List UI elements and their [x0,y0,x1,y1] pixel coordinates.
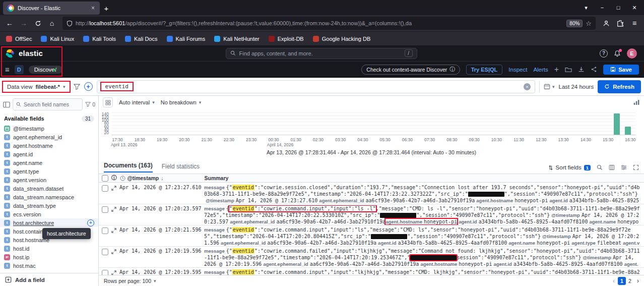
page-button[interactable]: 2 [626,277,634,285]
global-search-input[interactable]: Find apps, content, and more. / [226,48,417,59]
filter-menu-icon[interactable] [74,84,80,90]
discover-app-icon[interactable]: D [15,65,24,74]
minimize-icon[interactable]: − [595,1,610,15]
interval-select[interactable]: Auto interval ▾ [119,99,155,105]
row-checkbox[interactable] [102,227,108,234]
add-field-button[interactable]: Add a field [0,273,98,286]
close-window-icon[interactable]: × [627,1,642,15]
previous-page-icon[interactable]: ‹ [613,277,615,284]
row-checkbox[interactable] [102,185,108,192]
row-checkbox[interactable] [102,270,108,275]
inspect-link[interactable]: Inspect [508,67,527,73]
info-column-icon[interactable]: ⓘ [111,175,117,182]
date-picker-toggle[interactable]: ▾ [544,83,555,90]
alerts-link[interactable]: Alerts [533,67,548,73]
bookmark-item[interactable]: Kali NetHunter [214,36,260,42]
expand-row-icon[interactable] [111,207,116,212]
back-icon[interactable]: ← [3,17,16,30]
elastic-logo[interactable]: elastic [5,48,43,59]
tab-close-icon[interactable]: × [90,5,96,12]
context-aware-callout[interactable]: Check out context-aware Discover ⓘ [361,65,460,75]
try-esql-button[interactable]: Try ES|QL [466,65,503,75]
nav-menu-icon[interactable]: ≡ [5,65,10,74]
field-search-input[interactable]: Search field names [13,98,83,110]
clear-query-icon[interactable]: × [524,83,531,90]
time-range-display[interactable]: Last 24 hours [558,84,594,90]
field-list-item[interactable]: tagent.name [0,158,98,167]
user-avatar[interactable]: E [627,48,637,59]
download-icon[interactable] [578,66,585,73]
breakdown-select[interactable]: No breakdown ▾ [161,99,201,105]
bookmark-item[interactable]: Kali Tools [83,36,116,42]
help-icon[interactable]: ? [600,49,608,58]
tab-field-statistics[interactable]: Field statistics [162,163,200,173]
sort-fields-button[interactable]: Sort fields 1 [548,164,591,170]
fullscreen-icon[interactable] [633,164,639,170]
bookmark-item[interactable]: Google Hacking DB [313,36,371,42]
rows-per-page-button[interactable]: Rows per page: 100 ▾ [104,278,156,284]
list-tabs-icon[interactable]: ▾ [578,1,594,15]
field-list-item[interactable]: tecs.version [0,210,98,218]
expand-row-icon[interactable] [111,186,116,191]
row-checkbox[interactable] [102,249,108,255]
field-list-item[interactable]: thost.id [0,244,98,253]
columns-icon[interactable] [609,164,615,170]
new-tab-button[interactable]: + [100,2,113,15]
bookmark-item[interactable]: Kali Linux [41,36,74,42]
refresh-button[interactable]: Refresh [598,80,641,93]
page-button[interactable]: 1 [618,277,626,285]
bookmark-item[interactable]: Kali Docs [125,36,157,42]
field-list-item[interactable]: thost.architecture+ [0,218,98,227]
row-checkbox[interactable] [102,206,108,213]
select-all-checkbox[interactable] [102,175,108,182]
url-bar[interactable]: http://localhost:5601/app/discover#/?_g=… [62,17,596,30]
field-list-item[interactable]: tagent.ephemeral_id [0,133,98,141]
browser-tab[interactable]: Discover - Elastic × [3,2,100,15]
bookmark-item[interactable]: Kali Forums [167,36,206,42]
field-filter-button[interactable]: 0 [85,101,95,107]
expand-row-icon[interactable] [111,270,116,275]
restore-icon[interactable]: □ [611,1,626,15]
field-list-item[interactable]: tagent.type [0,167,98,176]
display-options-icon[interactable] [621,164,627,170]
bookmark-item[interactable]: OffSec [6,36,32,42]
data-view-picker[interactable]: Data view filebeat-* ▾ [3,82,70,92]
extensions-puzzle-icon[interactable] [614,17,627,30]
expand-row-icon[interactable] [111,228,116,233]
expand-row-icon[interactable] [111,249,116,254]
tracking-shield-icon[interactable] [67,20,73,27]
reload-icon[interactable] [31,17,44,30]
histogram-bar[interactable] [625,127,631,135]
add-filter-icon[interactable]: + [84,82,93,91]
sort-descending-icon[interactable]: ↓ [161,175,163,181]
add-field-column-icon[interactable]: + [87,219,94,226]
collapse-sidebar-icon[interactable] [3,101,10,108]
grid-search-icon[interactable] [597,164,603,170]
home-icon[interactable]: ⌂ [45,17,58,30]
field-list-item[interactable]: tdata_stream.dataset [0,184,98,193]
edit-visualization-icon[interactable] [103,97,113,107]
bookmark-star-icon[interactable]: ☆ [586,20,592,27]
field-list-item[interactable]: IPhost.ip [0,253,98,261]
new-session-icon[interactable]: + [554,65,559,74]
tab-documents[interactable]: Documents (163) [104,162,153,173]
column-header-timestamp[interactable]: @timestamp ↓ [120,175,202,181]
field-list-item[interactable]: tagent.version [0,176,98,184]
save-button[interactable]: Save [603,65,639,75]
query-input[interactable]: eventid × [97,80,535,93]
field-list-item[interactable]: thost.mac [0,261,98,270]
bookmark-item[interactable]: Exploit-DB [269,36,304,42]
hide-chart-icon[interactable] [633,99,640,105]
open-folder-icon[interactable] [565,67,572,73]
histogram-bar[interactable] [614,113,620,135]
field-list-item[interactable]: tdata_stream.namespace [0,193,98,201]
forward-icon[interactable]: → [17,17,30,30]
column-header-summary[interactable]: Summary [205,175,229,181]
field-list-item[interactable]: tagent.hostname [0,141,98,150]
field-list-item[interactable]: @timestamp [0,124,98,133]
field-list-item[interactable]: tdata_stream.type [0,201,98,210]
share-icon[interactable] [591,66,597,73]
menu-icon[interactable]: ≡ [628,17,641,30]
available-fields-header[interactable]: Available fields 31 [0,113,98,124]
account-icon[interactable] [600,17,613,30]
